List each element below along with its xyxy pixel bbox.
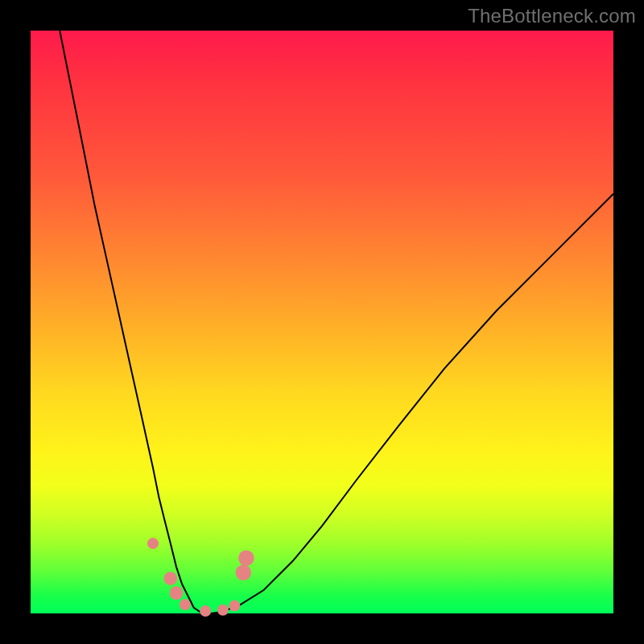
curve-marker — [170, 586, 184, 600]
curve-svg — [31, 31, 613, 613]
curve-marker — [217, 605, 229, 616]
curve-marker — [163, 572, 177, 585]
plot-area — [31, 31, 613, 613]
bottleneck-curve — [60, 31, 613, 613]
curve-marker — [180, 599, 191, 610]
curve-markers — [147, 538, 254, 617]
chart-frame: TheBottleneck.com — [0, 0, 644, 644]
curve-marker — [238, 550, 254, 566]
watermark-text: TheBottleneck.com — [468, 5, 636, 27]
curve-marker — [200, 605, 211, 617]
curve-marker — [229, 601, 240, 612]
curve-marker — [147, 538, 159, 549]
curve-marker — [236, 565, 252, 581]
